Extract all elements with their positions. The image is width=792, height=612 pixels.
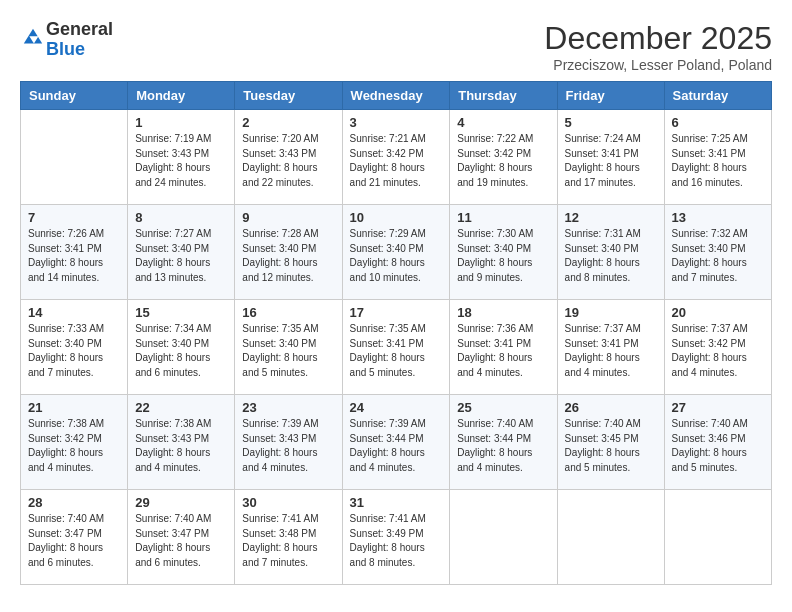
cell-info: Sunrise: 7:27 AMSunset: 3:40 PMDaylight:… [135,228,211,283]
cell-date: 26 [565,400,657,415]
cell-info: Sunrise: 7:40 AMSunset: 3:44 PMDaylight:… [457,418,533,473]
cell-info: Sunrise: 7:24 AMSunset: 3:41 PMDaylight:… [565,133,641,188]
page-header: General Blue December 2025 Przeciszow, L… [20,20,772,73]
calendar-cell: 18 Sunrise: 7:36 AMSunset: 3:41 PMDaylig… [450,300,557,395]
calendar-cell [557,490,664,585]
cell-date: 24 [350,400,443,415]
cell-info: Sunrise: 7:28 AMSunset: 3:40 PMDaylight:… [242,228,318,283]
calendar-cell [450,490,557,585]
weekday-header-monday: Monday [128,82,235,110]
calendar-cell: 30 Sunrise: 7:41 AMSunset: 3:48 PMDaylig… [235,490,342,585]
cell-info: Sunrise: 7:35 AMSunset: 3:41 PMDaylight:… [350,323,426,378]
location-text: Przeciszow, Lesser Poland, Poland [544,57,772,73]
cell-info: Sunrise: 7:41 AMSunset: 3:49 PMDaylight:… [350,513,426,568]
cell-info: Sunrise: 7:40 AMSunset: 3:47 PMDaylight:… [28,513,104,568]
cell-info: Sunrise: 7:21 AMSunset: 3:42 PMDaylight:… [350,133,426,188]
cell-date: 22 [135,400,227,415]
cell-date: 2 [242,115,334,130]
cell-info: Sunrise: 7:40 AMSunset: 3:46 PMDaylight:… [672,418,748,473]
weekday-header-sunday: Sunday [21,82,128,110]
cell-date: 7 [28,210,120,225]
cell-date: 5 [565,115,657,130]
cell-date: 13 [672,210,764,225]
calendar-cell: 11 Sunrise: 7:30 AMSunset: 3:40 PMDaylig… [450,205,557,300]
calendar-cell: 16 Sunrise: 7:35 AMSunset: 3:40 PMDaylig… [235,300,342,395]
calendar-cell: 8 Sunrise: 7:27 AMSunset: 3:40 PMDayligh… [128,205,235,300]
calendar-cell: 13 Sunrise: 7:32 AMSunset: 3:40 PMDaylig… [664,205,771,300]
cell-info: Sunrise: 7:35 AMSunset: 3:40 PMDaylight:… [242,323,318,378]
calendar-cell: 12 Sunrise: 7:31 AMSunset: 3:40 PMDaylig… [557,205,664,300]
cell-info: Sunrise: 7:41 AMSunset: 3:48 PMDaylight:… [242,513,318,568]
weekday-header-row: SundayMondayTuesdayWednesdayThursdayFrid… [21,82,772,110]
weekday-header-friday: Friday [557,82,664,110]
cell-date: 4 [457,115,549,130]
calendar-week-row: 7 Sunrise: 7:26 AMSunset: 3:41 PMDayligh… [21,205,772,300]
calendar-cell [664,490,771,585]
calendar-cell: 29 Sunrise: 7:40 AMSunset: 3:47 PMDaylig… [128,490,235,585]
cell-info: Sunrise: 7:30 AMSunset: 3:40 PMDaylight:… [457,228,533,283]
cell-date: 31 [350,495,443,510]
calendar-cell: 27 Sunrise: 7:40 AMSunset: 3:46 PMDaylig… [664,395,771,490]
cell-info: Sunrise: 7:37 AMSunset: 3:41 PMDaylight:… [565,323,641,378]
calendar-cell: 25 Sunrise: 7:40 AMSunset: 3:44 PMDaylig… [450,395,557,490]
calendar-cell: 28 Sunrise: 7:40 AMSunset: 3:47 PMDaylig… [21,490,128,585]
calendar-table: SundayMondayTuesdayWednesdayThursdayFrid… [20,81,772,585]
cell-date: 16 [242,305,334,320]
cell-date: 11 [457,210,549,225]
logo: General Blue [20,20,113,60]
cell-date: 10 [350,210,443,225]
cell-date: 12 [565,210,657,225]
cell-date: 30 [242,495,334,510]
cell-date: 17 [350,305,443,320]
cell-info: Sunrise: 7:38 AMSunset: 3:42 PMDaylight:… [28,418,104,473]
calendar-cell: 7 Sunrise: 7:26 AMSunset: 3:41 PMDayligh… [21,205,128,300]
cell-date: 8 [135,210,227,225]
cell-date: 9 [242,210,334,225]
calendar-cell: 4 Sunrise: 7:22 AMSunset: 3:42 PMDayligh… [450,110,557,205]
calendar-cell: 23 Sunrise: 7:39 AMSunset: 3:43 PMDaylig… [235,395,342,490]
calendar-week-row: 21 Sunrise: 7:38 AMSunset: 3:42 PMDaylig… [21,395,772,490]
cell-date: 23 [242,400,334,415]
calendar-cell: 9 Sunrise: 7:28 AMSunset: 3:40 PMDayligh… [235,205,342,300]
calendar-cell: 24 Sunrise: 7:39 AMSunset: 3:44 PMDaylig… [342,395,450,490]
cell-date: 21 [28,400,120,415]
cell-date: 3 [350,115,443,130]
calendar-cell: 20 Sunrise: 7:37 AMSunset: 3:42 PMDaylig… [664,300,771,395]
calendar-cell: 2 Sunrise: 7:20 AMSunset: 3:43 PMDayligh… [235,110,342,205]
calendar-cell: 1 Sunrise: 7:19 AMSunset: 3:43 PMDayligh… [128,110,235,205]
cell-date: 20 [672,305,764,320]
cell-date: 15 [135,305,227,320]
logo-icon [22,27,44,49]
calendar-cell: 5 Sunrise: 7:24 AMSunset: 3:41 PMDayligh… [557,110,664,205]
cell-info: Sunrise: 7:22 AMSunset: 3:42 PMDaylight:… [457,133,533,188]
cell-date: 28 [28,495,120,510]
month-title: December 2025 [544,20,772,57]
calendar-cell: 14 Sunrise: 7:33 AMSunset: 3:40 PMDaylig… [21,300,128,395]
weekday-header-thursday: Thursday [450,82,557,110]
cell-info: Sunrise: 7:39 AMSunset: 3:43 PMDaylight:… [242,418,318,473]
weekday-header-tuesday: Tuesday [235,82,342,110]
cell-date: 18 [457,305,549,320]
cell-info: Sunrise: 7:20 AMSunset: 3:43 PMDaylight:… [242,133,318,188]
calendar-cell: 21 Sunrise: 7:38 AMSunset: 3:42 PMDaylig… [21,395,128,490]
calendar-cell: 17 Sunrise: 7:35 AMSunset: 3:41 PMDaylig… [342,300,450,395]
calendar-cell: 3 Sunrise: 7:21 AMSunset: 3:42 PMDayligh… [342,110,450,205]
cell-info: Sunrise: 7:25 AMSunset: 3:41 PMDaylight:… [672,133,748,188]
calendar-cell: 22 Sunrise: 7:38 AMSunset: 3:43 PMDaylig… [128,395,235,490]
cell-info: Sunrise: 7:40 AMSunset: 3:47 PMDaylight:… [135,513,211,568]
cell-date: 19 [565,305,657,320]
cell-date: 27 [672,400,764,415]
calendar-cell: 10 Sunrise: 7:29 AMSunset: 3:40 PMDaylig… [342,205,450,300]
cell-date: 25 [457,400,549,415]
cell-info: Sunrise: 7:32 AMSunset: 3:40 PMDaylight:… [672,228,748,283]
cell-info: Sunrise: 7:19 AMSunset: 3:43 PMDaylight:… [135,133,211,188]
cell-info: Sunrise: 7:33 AMSunset: 3:40 PMDaylight:… [28,323,104,378]
cell-date: 14 [28,305,120,320]
calendar-cell: 26 Sunrise: 7:40 AMSunset: 3:45 PMDaylig… [557,395,664,490]
cell-info: Sunrise: 7:34 AMSunset: 3:40 PMDaylight:… [135,323,211,378]
cell-info: Sunrise: 7:40 AMSunset: 3:45 PMDaylight:… [565,418,641,473]
calendar-cell: 19 Sunrise: 7:37 AMSunset: 3:41 PMDaylig… [557,300,664,395]
cell-info: Sunrise: 7:26 AMSunset: 3:41 PMDaylight:… [28,228,104,283]
logo-blue-text: Blue [46,39,85,59]
logo-general-text: General [46,19,113,39]
